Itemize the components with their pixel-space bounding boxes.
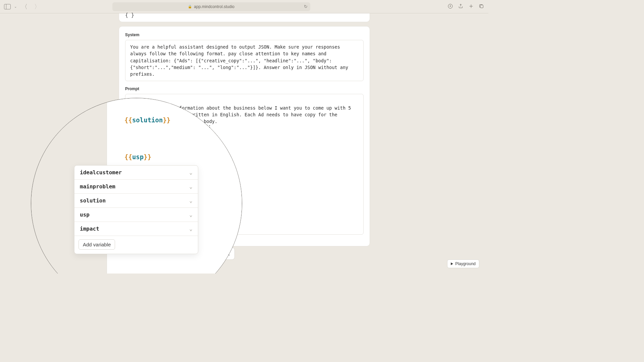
tabs-icon[interactable] bbox=[479, 3, 484, 10]
action-row: Variables 5 Model gpt-4o Turn int bbox=[119, 247, 235, 260]
system-textarea[interactable]: You are a helpful assistant designed to … bbox=[125, 40, 364, 81]
nav-forward-button: 〉 bbox=[32, 3, 42, 11]
new-tab-icon[interactable] bbox=[468, 3, 474, 10]
browser-toolbar: ⌄ 〈 〉 🔒 app.mindcontrol.studio ↻ bbox=[0, 0, 488, 13]
chevron-down-icon[interactable]: ⌄ bbox=[14, 5, 17, 8]
prompt-fragment: usiness: bbox=[189, 123, 211, 129]
variable-name: solution bbox=[80, 197, 106, 204]
variable-name: usp bbox=[80, 212, 90, 218]
turn-label: Turn int bbox=[213, 251, 229, 256]
add-variable-button[interactable]: Add variable bbox=[78, 239, 115, 250]
svg-rect-1 bbox=[480, 5, 483, 7]
download-icon[interactable] bbox=[447, 3, 453, 10]
playground-button[interactable]: Playground bbox=[447, 259, 479, 268]
variables-count: 5 bbox=[148, 250, 155, 257]
lock-icon: 🔒 bbox=[188, 5, 192, 8]
refresh-icon[interactable]: ↻ bbox=[304, 4, 308, 9]
prompt-intro-text: Using the information about the business… bbox=[130, 105, 354, 124]
system-label: System bbox=[125, 33, 364, 37]
json-fragment: { } bbox=[125, 12, 134, 18]
nav-back-button[interactable]: 〈 bbox=[19, 3, 30, 11]
model-button[interactable]: Model gpt-4o bbox=[164, 247, 205, 260]
prompt-editor-card: System You are a helpful assistant desig… bbox=[119, 26, 370, 246]
prompt-textarea[interactable]: Using the information about the business… bbox=[125, 94, 364, 235]
variable-name: idealcustomer bbox=[80, 169, 122, 176]
variable-name: mainproblem bbox=[80, 183, 115, 190]
prompt-label: Prompt bbox=[125, 86, 364, 91]
variable-name: impact bbox=[80, 226, 99, 232]
model-value: gpt-4o bbox=[186, 251, 200, 256]
playground-label: Playground bbox=[455, 261, 476, 266]
url-text: app.mindcontrol.studio bbox=[194, 4, 234, 9]
share-icon[interactable] bbox=[458, 3, 464, 10]
play-icon bbox=[451, 262, 453, 265]
variables-label: Variables bbox=[124, 251, 144, 256]
url-bar[interactable]: 🔒 app.mindcontrol.studio ↻ bbox=[112, 2, 310, 11]
model-label: Model bbox=[169, 251, 183, 256]
turn-into-button[interactable]: Turn int bbox=[208, 247, 234, 260]
previous-card-edge: { } bbox=[119, 13, 370, 22]
variables-button[interactable]: Variables 5 bbox=[119, 247, 161, 260]
sidebar-toggle-icon[interactable] bbox=[4, 4, 11, 9]
